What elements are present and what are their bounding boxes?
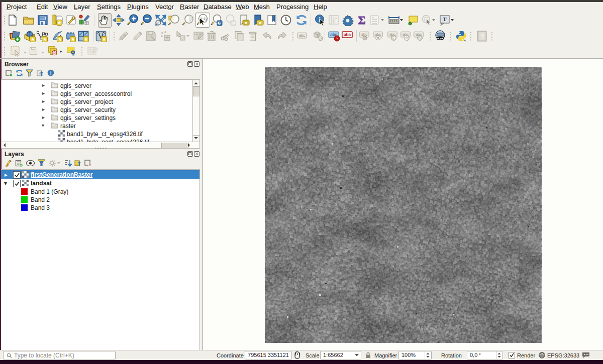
svg-text:abc: abc	[344, 33, 351, 37]
svg-text:?: ?	[480, 33, 484, 40]
svg-text:©: ©	[53, 51, 56, 55]
svg-text:i: i	[50, 71, 52, 76]
svg-text:T: T	[443, 16, 447, 22]
svg-text:Σ: Σ	[358, 14, 365, 26]
